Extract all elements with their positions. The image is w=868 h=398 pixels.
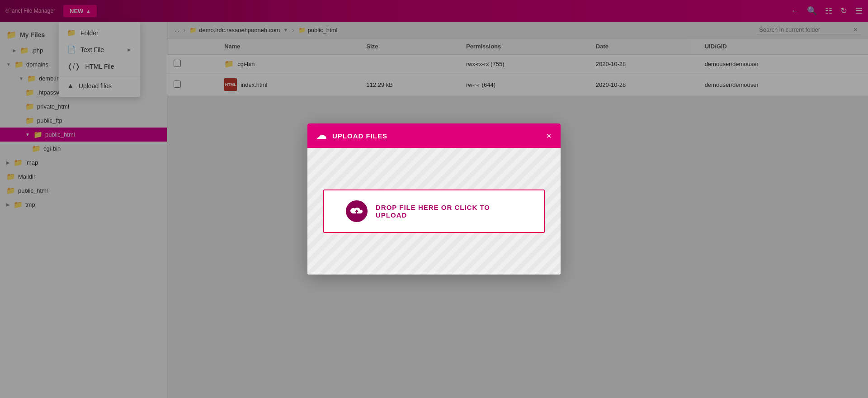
modal-header-left: ☁ UPLOAD FILES bbox=[316, 130, 387, 142]
modal-header: ☁ UPLOAD FILES × bbox=[307, 123, 561, 148]
modal-close-button[interactable]: × bbox=[546, 131, 552, 140]
upload-drop-text: DROP FILE HERE OR CLICK TO UPLOAD bbox=[376, 204, 522, 219]
upload-cloud-icon: ☁ bbox=[316, 130, 327, 142]
upload-drop-zone[interactable]: DROP FILE HERE OR CLICK TO UPLOAD bbox=[323, 190, 545, 233]
modal-overlay[interactable]: ☁ UPLOAD FILES × DROP FILE HERE OR CLICK… bbox=[0, 0, 868, 398]
upload-cloud-circle-icon bbox=[346, 200, 368, 222]
cloud-upload-svg bbox=[350, 206, 363, 216]
upload-modal: ☁ UPLOAD FILES × DROP FILE HERE OR CLICK… bbox=[307, 123, 561, 275]
modal-body: DROP FILE HERE OR CLICK TO UPLOAD bbox=[307, 148, 561, 275]
modal-title: UPLOAD FILES bbox=[332, 132, 387, 140]
